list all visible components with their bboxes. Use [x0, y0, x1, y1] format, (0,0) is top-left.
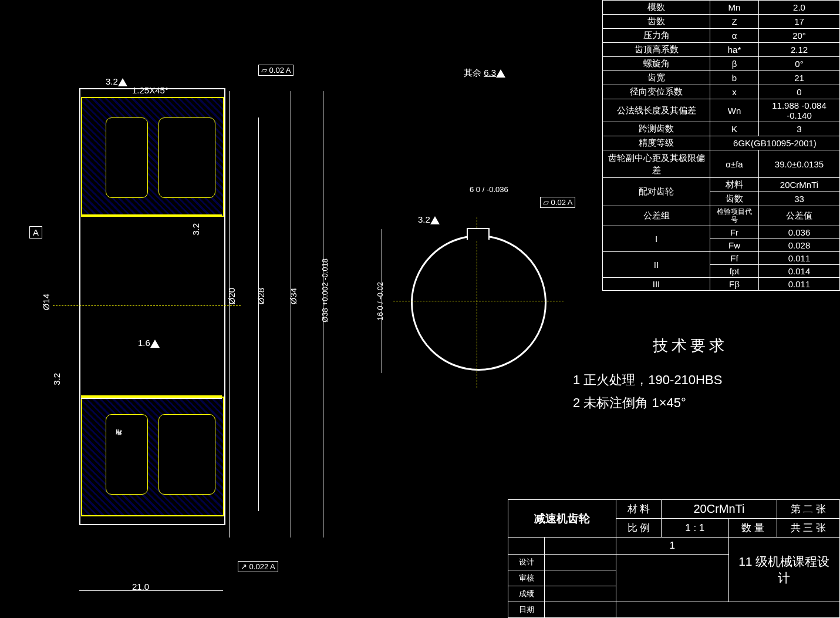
dim-d38: Ø38 +0.002 -0.018	[321, 258, 329, 323]
fcf-parallelism-key: ⏥ 0.02 A	[540, 197, 575, 208]
tolgroup-c2: 检验项目代号	[710, 206, 759, 226]
g1-label: I	[603, 226, 710, 251]
param-label: 跨测齿数	[603, 122, 710, 136]
dim-d34: Ø34	[288, 288, 298, 304]
g1-r0-v: 0.036	[759, 226, 840, 239]
tech-line2: 2 未标注倒角 1×45°	[573, 391, 808, 415]
material-label: 材 料	[616, 500, 662, 519]
center-dist-symbol: α±fa	[710, 150, 759, 178]
qty-label: 数 量	[728, 519, 777, 538]
param-label: 齿顶高系数	[603, 43, 710, 57]
param-label: 模数	[603, 1, 710, 15]
page-label: 第 二 张	[777, 500, 840, 519]
scale-label2	[508, 538, 545, 555]
param-symbol: ha*	[710, 43, 759, 57]
fcf-runout: ↗ 0.022 A	[238, 561, 278, 572]
g2-label: II	[603, 251, 710, 277]
param-label: 齿数	[603, 15, 710, 29]
technical-requirements: 技术要求 1 正火处理，190-210HBS 2 未标注倒角 1×45°	[573, 332, 808, 415]
score-label: 成绩	[508, 586, 545, 602]
mate-z-value: 33	[759, 192, 840, 206]
param-symbol: Wn	[710, 99, 759, 122]
param-value: 0°	[759, 57, 840, 71]
dim-keyway-height: 16 0 / -0.02	[376, 282, 384, 321]
fcf-parallelism-top: ⏥ 0.02 A	[258, 65, 294, 76]
qty-value: 1	[616, 538, 729, 555]
param-value: 11.988 -0.084 -0.140	[759, 99, 840, 122]
g2-r0-v: 0.011	[759, 251, 840, 264]
keyway-notch	[467, 228, 490, 240]
chamfer-note: 1.25X45°	[132, 85, 168, 95]
param-label: 公法线长度及其偏差	[603, 99, 710, 122]
param-symbol: K	[710, 122, 759, 136]
mate-gear-label: 配对齿轮	[603, 178, 710, 206]
mate-z-label: 齿数	[710, 192, 759, 206]
bore-keyway-view	[411, 235, 546, 371]
param-symbol: x	[710, 85, 759, 99]
param-symbol: Z	[710, 15, 759, 29]
g1-r1-v: 0.028	[759, 239, 840, 251]
param-label: 径向变位系数	[603, 85, 710, 99]
param-value: 2.12	[759, 43, 840, 57]
dim-d20: Ø20	[227, 288, 237, 304]
surface-finish-1.6: 1.6	[138, 338, 160, 348]
mate-mat-value: 20CrMnTi	[759, 178, 840, 192]
param-symbol: α	[710, 29, 759, 43]
param-value: 2.0	[759, 1, 840, 15]
check-label: 审核	[508, 570, 545, 586]
material-value: 20CrMnTi	[662, 500, 777, 519]
surface-finish-3.2-left: 3.2	[52, 373, 62, 385]
design-label: 设计	[508, 555, 545, 570]
g2-r1-v: 0.014	[759, 264, 840, 277]
g1-r0-s: Fr	[710, 226, 759, 239]
g2-r1-s: fpt	[710, 264, 759, 277]
param-symbol: Mn	[710, 1, 759, 15]
dim-d14: Ø14	[41, 294, 51, 310]
param-value: 3	[759, 122, 840, 136]
surface-finish-3.2-top: 3.2	[106, 76, 127, 86]
dim-d28: Ø28	[256, 288, 266, 304]
general-surface-finish: 其余 6.3	[464, 68, 505, 79]
center-dist-value: 39.0±0.0135	[759, 150, 840, 178]
pages-label: 共 三 张	[777, 519, 840, 538]
gear-parameter-table: 模数Mn2.0齿数Z17压力角α20°齿顶高系数ha*2.12螺旋角β0°齿宽b…	[602, 0, 840, 291]
param-label: 压力角	[603, 29, 710, 43]
mate-mat-label: 材料	[710, 178, 759, 192]
param-label: 螺旋角	[603, 57, 710, 71]
param-value: 21	[759, 71, 840, 85]
gear-section-view	[70, 88, 223, 535]
surface-finish-3.2-key: 3.2	[418, 214, 440, 224]
surface-finish-3.2-right: 3.2	[191, 223, 201, 236]
dim-keyway-width: 6 0 / -0.036	[470, 185, 508, 194]
g3-r0-v: 0.011	[759, 277, 840, 290]
param-value: 17	[759, 15, 840, 29]
center-dist-label: 齿轮副中心距及其极限偏差	[603, 150, 710, 178]
scale-value: 1 : 1	[662, 519, 729, 538]
param-symbol: b	[710, 71, 759, 85]
param-label: 齿宽	[603, 71, 710, 85]
drawing-canvas: 模数Mn2.0齿数Z17压力角α20°齿顶高系数ha*2.12螺旋角β0°齿宽b…	[0, 0, 840, 618]
scale-label: 比 例	[616, 519, 662, 538]
precision-value: 6GK(GB10095-2001)	[710, 136, 840, 150]
param-symbol: β	[710, 57, 759, 71]
datum-a: A	[29, 226, 42, 239]
date-label: 日期	[508, 602, 545, 618]
tolgroup-label: 公差组	[603, 206, 710, 226]
param-value: 20°	[759, 29, 840, 43]
tech-line1: 1 正火处理，190-210HBS	[573, 368, 808, 392]
g1-r1-s: Fw	[710, 239, 759, 251]
g2-r0-s: Ff	[710, 251, 759, 264]
param-value: 0	[759, 85, 840, 99]
part-name: 减速机齿轮	[508, 500, 616, 538]
tech-title: 技术要求	[573, 332, 808, 360]
g3-r0-s: Fβ	[710, 277, 759, 290]
tolgroup-c3: 公差值	[759, 206, 840, 226]
g3-label: III	[603, 277, 710, 290]
precision-label: 精度等级	[603, 136, 710, 150]
qty-value-cell	[545, 538, 616, 555]
project-name: 11 级机械课程设计	[728, 538, 839, 602]
title-block: 减速机齿轮 材 料 20CrMnTi 第 二 张 比 例 1 : 1 数 量 共…	[508, 499, 840, 618]
